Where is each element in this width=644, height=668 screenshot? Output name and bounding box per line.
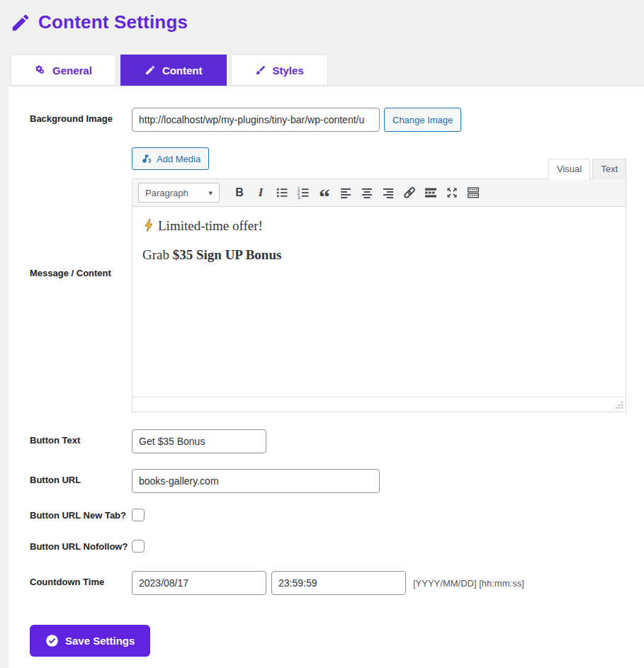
editor-top-bar: Add Media Visual Text (132, 147, 626, 179)
countdown-time-label: Countdown Time (21, 571, 132, 595)
link-icon (402, 186, 417, 200)
blockquote-icon: “ (317, 185, 332, 200)
align-center-button[interactable] (357, 183, 377, 202)
page-title: Content Settings (38, 11, 188, 33)
button-text-row: Button Text (21, 429, 626, 453)
content-settings-panel: Background Image Change Image Message / … (9, 86, 644, 668)
gears-icon (35, 64, 46, 76)
editor-mode-tabs: Visual Text (548, 158, 626, 179)
tab-styles-label: Styles (273, 64, 304, 77)
numbered-list-button[interactable]: 123 (293, 183, 313, 202)
settings-tabbar: General Content Styles (11, 55, 644, 86)
resize-grip[interactable] (614, 401, 623, 410)
check-circle-icon (45, 634, 59, 647)
editor-box: Paragraph B I 123 “ (132, 179, 626, 412)
bullet-list-icon (275, 186, 289, 200)
lightning-bolt-icon (142, 218, 155, 232)
tab-styles[interactable]: Styles (231, 55, 328, 86)
button-url-new-tab-label: Button URL New Tab? (21, 510, 132, 521)
bonus-text-prefix: Grab (142, 247, 173, 262)
background-image-row: Background Image Change Image (21, 108, 626, 132)
text-mode-tab[interactable]: Text (592, 159, 626, 179)
editor-paragraph: Limited-time offer! (142, 218, 616, 234)
change-image-button[interactable]: Change Image (384, 108, 461, 132)
save-row: Save Settings (21, 625, 626, 657)
align-left-icon (339, 186, 353, 200)
countdown-date-input[interactable] (132, 571, 266, 595)
message-content-row: Message / Content Add Media Visual Text … (21, 147, 626, 412)
editor-statusbar (132, 397, 626, 412)
button-url-new-tab-row: Button URL New Tab? (21, 509, 626, 521)
add-media-label: Add Media (157, 154, 200, 164)
align-left-button[interactable] (336, 183, 356, 202)
paragraph-format-value: Paragraph (145, 188, 188, 198)
editor-content-area[interactable]: Limited-time offer! Grab $35 Sign UP Bon… (132, 207, 626, 397)
editor-toolbar: Paragraph B I 123 “ (132, 179, 626, 207)
media-icon (140, 153, 152, 165)
button-url-nofollow-checkbox[interactable] (132, 540, 145, 553)
visual-mode-tab[interactable]: Visual (548, 159, 590, 179)
button-url-row: Button URL (21, 469, 626, 493)
button-url-nofollow-label: Button URL Nofollow? (21, 541, 132, 552)
insert-link-button[interactable] (400, 183, 419, 202)
italic-icon: I (259, 186, 264, 200)
read-more-icon (424, 186, 438, 200)
pencil-icon (10, 12, 31, 33)
button-url-nofollow-row: Button URL Nofollow? (21, 540, 626, 553)
button-url-label: Button URL (21, 469, 132, 493)
bonus-text-bold: $35 Sign UP Bonus (173, 247, 282, 262)
editor-paragraph: Grab $35 Sign UP Bonus (142, 247, 616, 263)
button-url-new-tab-checkbox[interactable] (132, 509, 145, 521)
add-media-button[interactable]: Add Media (132, 147, 209, 170)
change-image-label: Change Image (392, 115, 453, 125)
fullscreen-button[interactable] (442, 183, 462, 202)
countdown-time-row: Countdown Time [YYYY/MM/DD] [hh:mm:ss] (21, 571, 626, 595)
paragraph-format-select[interactable]: Paragraph (138, 183, 220, 203)
message-content-label: Message / Content (21, 147, 132, 412)
resize-grip-icon (614, 401, 623, 410)
brush-icon (255, 64, 266, 76)
button-text-input[interactable] (132, 429, 266, 453)
tab-general-label: General (52, 64, 92, 77)
wp-editor: Add Media Visual Text Paragraph B I (132, 147, 626, 412)
svg-text:3: 3 (298, 195, 300, 200)
toolbar-toggle-icon (466, 186, 480, 200)
bullet-list-button[interactable] (272, 183, 292, 202)
tab-general[interactable]: General (11, 55, 116, 86)
bold-button[interactable]: B (230, 183, 249, 202)
background-image-label: Background Image (21, 108, 132, 132)
align-center-icon (360, 186, 374, 200)
italic-button[interactable]: I (251, 183, 271, 202)
tab-content-label: Content (162, 64, 203, 77)
button-text-label: Button Text (21, 429, 132, 453)
bold-icon: B (235, 186, 244, 199)
countdown-format-hint: [YYYY/MM/DD] [hh:mm:ss] (413, 578, 524, 589)
tab-content[interactable]: Content (120, 55, 227, 86)
button-url-input[interactable] (132, 469, 380, 493)
align-right-button[interactable] (378, 183, 398, 202)
offer-text: Limited-time offer! (158, 218, 263, 233)
page-header: Content Settings (0, 0, 644, 33)
countdown-time-input[interactable] (271, 571, 406, 595)
background-image-input[interactable] (132, 108, 380, 132)
blockquote-button[interactable]: “ (315, 183, 334, 202)
fullscreen-icon (445, 186, 459, 200)
save-settings-button[interactable]: Save Settings (30, 625, 150, 657)
align-right-icon (381, 186, 395, 200)
numbered-list-icon: 123 (296, 186, 310, 200)
read-more-button[interactable] (421, 183, 441, 202)
pencil-icon (145, 64, 156, 76)
save-settings-label: Save Settings (65, 635, 135, 647)
toolbar-toggle-button[interactable] (463, 183, 483, 202)
